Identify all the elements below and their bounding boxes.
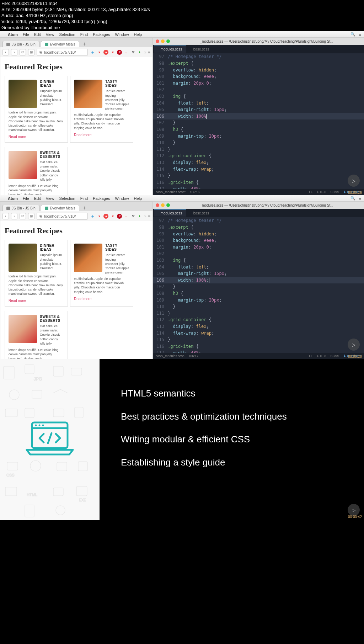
- evernote-icon[interactable]: ✦: [137, 214, 142, 219]
- extension-icons: ◆ ♥ ● ♥ P ⌄ f? ✦ » ≡: [90, 50, 150, 55]
- status-lang[interactable]: SCSS: [330, 354, 339, 358]
- menu-edit[interactable]: Edit: [34, 32, 41, 37]
- menu-window[interactable]: Window: [115, 32, 129, 37]
- maximize-icon[interactable]: [166, 203, 170, 207]
- menu-view[interactable]: View: [46, 196, 54, 201]
- forward-button[interactable]: ›: [11, 213, 17, 219]
- ext-icon[interactable]: ◆: [90, 50, 95, 55]
- menu-file[interactable]: File: [23, 32, 29, 37]
- menu-edit[interactable]: Edit: [34, 196, 41, 201]
- browser-tab-jsbin[interactable]: JS Bin - JS Bin: [2, 41, 39, 47]
- menu-icon[interactable]: ≡: [148, 50, 150, 54]
- browser-tab-jsbin[interactable]: JS Bin - JS Bin: [2, 205, 39, 211]
- menu-app[interactable]: Atom: [8, 196, 18, 201]
- read-more-link[interactable]: Read more: [74, 297, 129, 301]
- forward-button[interactable]: ›: [11, 49, 17, 55]
- close-icon[interactable]: [156, 39, 159, 43]
- editor-tab-base[interactable]: _base.scss: [187, 210, 213, 217]
- screenshot-2: Atom File Edit View Selection Find Packa…: [0, 195, 364, 359]
- ext-icon[interactable]: ♥: [97, 50, 102, 55]
- menu-icon[interactable]: ≡: [359, 32, 361, 37]
- url-input[interactable]: ◉ localhost:5757/10/: [37, 49, 88, 56]
- status-lf[interactable]: LF: [309, 354, 313, 358]
- ext-icon[interactable]: ♥: [110, 50, 115, 55]
- menu-app[interactable]: Atom: [8, 32, 18, 37]
- reload-button[interactable]: ⟳: [20, 213, 26, 219]
- status-lang[interactable]: SCSS: [330, 190, 339, 194]
- status-lf[interactable]: LF: [309, 190, 313, 194]
- ext-icon[interactable]: ♥: [110, 214, 115, 219]
- svg-rect-1: [25, 364, 34, 374]
- overflow-icon[interactable]: »: [144, 214, 146, 218]
- menu-packages[interactable]: Packages: [93, 196, 110, 201]
- svg-point-22: [56, 506, 65, 515]
- file-info-line: Generated by Thumbnail me: [1, 25, 363, 31]
- menu-selection[interactable]: Selection: [59, 196, 75, 201]
- read-more-link[interactable]: Read more: [9, 299, 64, 303]
- back-button[interactable]: ‹: [2, 213, 9, 219]
- minimize-icon[interactable]: [161, 39, 165, 43]
- maximize-icon[interactable]: [166, 39, 170, 43]
- ext-icon[interactable]: ●: [103, 50, 108, 55]
- status-path: sass/_modules.scss*: [156, 190, 186, 194]
- pinterest-icon[interactable]: P: [117, 50, 122, 55]
- ext-icon[interactable]: ♥: [97, 214, 102, 219]
- search-icon[interactable]: 🔍: [350, 32, 355, 37]
- ext-icon[interactable]: f?: [130, 214, 135, 219]
- slide-sidebar: JPG CSS HTMLEXE: [0, 359, 100, 520]
- menu-icon[interactable]: ≡: [359, 196, 361, 201]
- read-more-link[interactable]: Read more: [74, 133, 129, 137]
- minimize-icon[interactable]: [161, 203, 165, 207]
- apps-button[interactable]: ⊞: [28, 213, 34, 219]
- status-enc[interactable]: UTF-8: [317, 354, 326, 358]
- reload-button[interactable]: ⟳: [20, 49, 26, 55]
- close-icon[interactable]: [156, 203, 159, 207]
- page-content: Featured Recipes DINNER IDEAS Cupcake ip…: [0, 221, 152, 359]
- svg-point-13: [30, 461, 41, 471]
- recipe-grid: DINNER IDEAS Cupcake ipsum chocolate pud…: [5, 240, 148, 359]
- menu-packages[interactable]: Packages: [93, 32, 110, 37]
- tab-label: JS Bin - JS Bin: [12, 206, 36, 210]
- editor-tab-modules[interactable]: _modules.scss: [154, 46, 186, 53]
- browser-tab-meals[interactable]: Everyday Meals: [41, 205, 79, 211]
- menu-window[interactable]: Window: [115, 196, 129, 201]
- code-area[interactable]: 97/* Homepage teaser */ 98.excerpt { 99 …: [153, 217, 364, 353]
- slide-bullet: Writing modular & efficient CSS: [121, 433, 350, 445]
- svg-point-27: [42, 424, 44, 426]
- url-input[interactable]: ◉ localhost:5757/10/: [37, 213, 88, 220]
- svg-rect-23: [32, 422, 68, 448]
- menu-find[interactable]: Find: [80, 196, 88, 201]
- back-button[interactable]: ‹: [2, 49, 9, 55]
- browser-tab-meals[interactable]: Everyday Meals: [41, 41, 79, 47]
- new-tab-button[interactable]: +: [81, 41, 88, 47]
- editor-tab-modules[interactable]: _modules.scss: [154, 209, 186, 217]
- menu-view[interactable]: View: [46, 32, 54, 37]
- ext-icon[interactable]: f?: [130, 50, 135, 55]
- editor-tab-base[interactable]: _base.scss: [187, 46, 213, 53]
- pocket-icon[interactable]: ⌄: [124, 214, 129, 219]
- recipe-card: DINNER IDEAS Cupcake ipsum chocolate pud…: [5, 76, 68, 143]
- new-tab-button[interactable]: +: [81, 205, 88, 211]
- evernote-icon[interactable]: ✦: [137, 50, 142, 55]
- svg-text:EXE: EXE: [79, 498, 86, 502]
- overflow-icon[interactable]: »: [144, 50, 146, 54]
- address-bar: ‹ › ⟳ ⊞ ◉ localhost:5757/10/ ◆ ♥ ● ♥ P ⌄…: [0, 211, 152, 221]
- pocket-icon[interactable]: ⌄: [124, 50, 129, 55]
- menu-help[interactable]: Help: [134, 196, 142, 201]
- menu-file[interactable]: File: [23, 196, 29, 201]
- code-area[interactable]: 97/* Homepage teaser */ 98.excerpt { 99 …: [153, 53, 364, 189]
- menu-find[interactable]: Find: [80, 32, 88, 37]
- read-more-link[interactable]: Read more: [9, 135, 64, 139]
- ext-icon[interactable]: ◆: [90, 214, 95, 219]
- ext-icon[interactable]: ●: [103, 214, 108, 219]
- menu-selection[interactable]: Selection: [59, 32, 75, 37]
- svg-rect-8: [25, 408, 34, 417]
- menu-help[interactable]: Help: [134, 32, 142, 37]
- apps-button[interactable]: ⊞: [28, 49, 34, 55]
- status-enc[interactable]: UTF-8: [317, 190, 326, 194]
- file-info-line: Size: 2951069 bytes (2.81 MiB), duration…: [1, 7, 363, 13]
- search-icon[interactable]: 🔍: [350, 196, 355, 201]
- slide-bullet: HTML5 semantics: [121, 388, 350, 399]
- pinterest-icon[interactable]: P: [117, 214, 122, 219]
- menu-icon[interactable]: ≡: [148, 214, 150, 218]
